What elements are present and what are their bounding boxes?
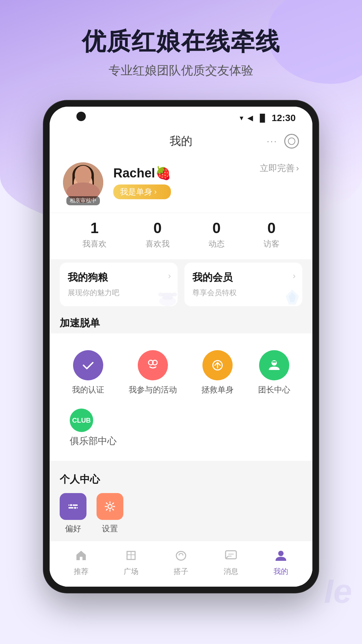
top-bar-icons: ··· — [267, 134, 299, 149]
settings-icon — [97, 493, 123, 520]
nav-icon-message — [223, 547, 239, 564]
battery-icon: ▐▌ — [257, 114, 267, 122]
personal-section: 个人中心 偏好 — [50, 464, 312, 541]
certification-icon — [73, 350, 103, 380]
svg-point-18 — [272, 360, 277, 366]
activity-icon — [138, 350, 168, 380]
nav-label-mine: 我的 — [274, 567, 288, 577]
grid-item-captain[interactable]: 团长中心 — [258, 350, 290, 395]
status-icons: ▾ ◀ ▐▌ 12:30 — [240, 113, 296, 123]
dog-food-card[interactable]: 我的狗粮 › 展现你的魅力吧 — [60, 263, 178, 306]
nav-item-message[interactable]: 消息 — [223, 547, 239, 577]
profile-name: Rachel🍓 — [113, 166, 171, 180]
dog-food-title: 我的狗粮 — [68, 272, 108, 283]
stat-likes-received[interactable]: 0 喜欢我 — [145, 220, 170, 249]
status-bar: ▾ ◀ ▐▌ 12:30 — [50, 107, 312, 127]
grid-item-certification[interactable]: 我的认证 — [72, 350, 104, 395]
svg-point-30 — [278, 551, 284, 556]
nav-item-recommend[interactable]: 推荐 — [73, 547, 89, 577]
member-arrow: › — [293, 271, 296, 281]
nav-icon-recommend — [73, 547, 89, 564]
more-icon[interactable]: ··· — [267, 136, 278, 147]
settings-label: 设置 — [102, 523, 118, 534]
stat-likes-given[interactable]: 1 我喜欢 — [82, 220, 107, 249]
stat-label-dynamics: 动态 — [208, 238, 225, 249]
nav-icon-mine — [273, 547, 289, 564]
header-section: 优质红娘在线牵线 专业红娘团队优质交友体验 — [0, 27, 362, 79]
svg-point-5 — [77, 180, 81, 183]
nav-label-match: 搭子 — [174, 567, 188, 577]
dog-food-icon-bg — [154, 283, 178, 306]
personal-item-preference[interactable]: 偏好 — [60, 493, 86, 534]
accel-section: 我的认证 我参与的活动 — [50, 333, 312, 461]
grid-item-rescue[interactable]: 拯救单身 — [201, 350, 234, 395]
profile-section: 相亲审核中 Rachel🍓 我是单身 立即完善 — [50, 156, 312, 213]
svg-point-24 — [108, 504, 112, 508]
svg-point-23 — [74, 506, 76, 509]
svg-point-4 — [74, 172, 93, 194]
svg-rect-11 — [163, 293, 173, 300]
watermark: Ie — [324, 572, 352, 610]
stat-visitors[interactable]: 0 访客 — [263, 220, 280, 249]
wifi-icon: ▾ — [240, 114, 243, 122]
certification-label: 我的认证 — [72, 384, 104, 395]
nav-label-square: 广场 — [124, 567, 138, 577]
nav-item-mine[interactable]: 我的 — [273, 547, 289, 577]
status-time: 12:30 — [272, 113, 296, 123]
svg-point-22 — [70, 504, 72, 506]
nav-icon-square — [123, 547, 139, 564]
rescue-label: 拯救单身 — [201, 384, 234, 395]
complete-profile-button[interactable]: 立即完善 — [260, 162, 299, 174]
member-title: 我的会员 — [192, 272, 233, 283]
stat-label-visitors: 访客 — [263, 238, 280, 249]
camera-hole — [76, 112, 86, 121]
rescue-icon — [202, 350, 233, 380]
stat-num-visitors: 0 — [263, 220, 280, 236]
nav-item-match[interactable]: 搭子 — [173, 547, 189, 577]
personal-item-settings[interactable]: 设置 — [97, 493, 123, 534]
svg-point-6 — [85, 180, 89, 183]
sub-title: 专业红娘团队优质交友体验 — [0, 62, 362, 79]
phone-frame: ▾ ◀ ▐▌ 12:30 我的 ··· — [44, 101, 318, 593]
nav-item-square[interactable]: 广场 — [123, 547, 139, 577]
nav-label-message: 消息 — [224, 567, 238, 577]
svg-point-13 — [172, 292, 177, 297]
avatar-badge: 相亲审核中 — [66, 196, 100, 205]
stat-label-likes-given: 我喜欢 — [82, 238, 107, 249]
member-icon-bg — [279, 283, 302, 306]
club-section: CLUB 俱乐部中心 — [60, 402, 302, 454]
top-bar: 我的 ··· — [50, 127, 312, 156]
avatar-wrapper[interactable]: 相亲审核中 — [63, 162, 103, 203]
nav-icon-match — [173, 547, 189, 564]
captain-label: 团长中心 — [258, 384, 290, 395]
profile-info: Rachel🍓 我是单身 — [113, 166, 171, 199]
bottom-nav: 推荐 广场 — [50, 541, 312, 587]
activity-label: 我参与的活动 — [129, 384, 177, 395]
stat-num-dynamics: 0 — [208, 220, 225, 236]
scan-icon[interactable] — [284, 134, 299, 149]
preference-label: 偏好 — [65, 523, 81, 534]
club-label[interactable]: 俱乐部中心 — [70, 435, 292, 447]
personal-grid: 偏好 设置 — [60, 493, 302, 534]
captain-icon — [259, 350, 289, 380]
personal-title: 个人中心 — [60, 468, 302, 493]
top-bar-title: 我的 — [170, 133, 192, 149]
signal-icon: ◀ — [247, 114, 253, 122]
phone-mockup: ▾ ◀ ▐▌ 12:30 我的 ··· — [44, 101, 318, 593]
profile-status[interactable]: 我是单身 — [113, 184, 171, 199]
stat-dynamics[interactable]: 0 动态 — [208, 220, 225, 249]
svg-point-12 — [158, 292, 164, 297]
phone-screen: ▾ ◀ ▐▌ 12:30 我的 ··· — [50, 107, 312, 587]
profile-left: 相亲审核中 Rachel🍓 我是单身 — [63, 162, 171, 203]
icon-grid: 我的认证 我参与的活动 — [60, 343, 302, 402]
cards-row: 我的狗粮 › 展现你的魅力吧 我的会 — [50, 259, 312, 313]
nav-label-recommend: 推荐 — [74, 567, 88, 577]
svg-rect-19 — [272, 361, 276, 363]
main-title: 优质红娘在线牵线 — [0, 27, 362, 56]
club-badge[interactable]: CLUB — [70, 409, 93, 432]
accel-section-label: 加速脱单 — [50, 313, 312, 333]
club-badge-text: CLUB — [72, 417, 91, 424]
grid-item-activity[interactable]: 我参与的活动 — [129, 350, 177, 395]
member-card[interactable]: 我的会员 › 尊享会员特权 — [184, 263, 302, 306]
divider — [50, 461, 312, 464]
